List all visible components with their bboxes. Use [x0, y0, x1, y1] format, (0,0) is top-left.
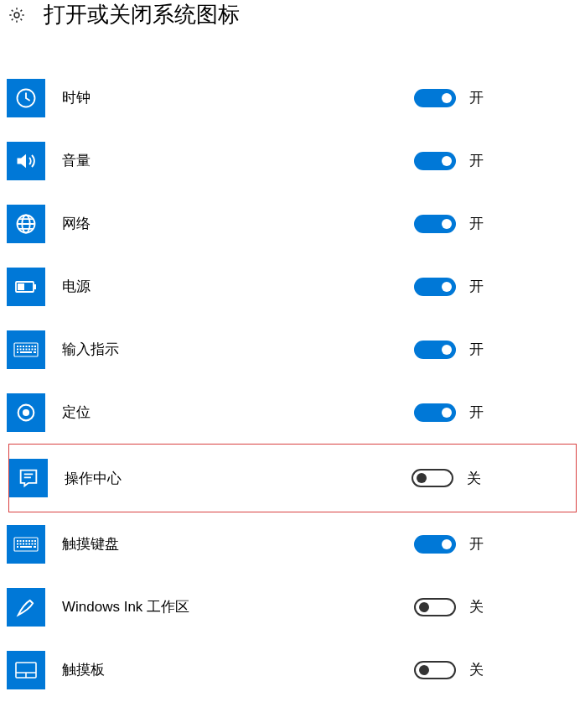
toggle-switch[interactable] — [414, 535, 456, 554]
svg-rect-15 — [17, 348, 18, 350]
toggle-knob — [442, 345, 452, 355]
toggle-state-label: 开 — [469, 277, 486, 296]
svg-rect-40 — [32, 543, 34, 544]
system-icon-row: 电源开 — [0, 255, 585, 318]
gear-icon — [7, 5, 27, 25]
toggle-wrap: 开 — [414, 151, 486, 170]
svg-rect-10 — [23, 346, 24, 347]
toggle-knob — [442, 219, 452, 229]
toggle-knob — [419, 602, 429, 612]
page-header: 打开或关闭系统图标 — [0, 0, 585, 46]
input-indicator-icon — [7, 330, 45, 369]
toggle-knob — [419, 665, 429, 675]
svg-point-26 — [23, 408, 29, 415]
system-icon-row: 触摸板关 — [0, 638, 585, 701]
toggle-wrap: 开 — [414, 277, 486, 296]
toggle-knob — [442, 93, 452, 103]
item-label: 电源 — [62, 277, 414, 296]
toggle-state-label: 关 — [467, 469, 484, 488]
toggle-wrap: 开 — [414, 340, 486, 359]
toggle-switch[interactable] — [414, 89, 456, 107]
network-icon — [7, 205, 45, 243]
toggle-state-label: 开 — [469, 214, 486, 233]
toggle-state-label: 开 — [469, 151, 486, 170]
svg-rect-30 — [23, 540, 24, 542]
touch-keyboard-icon — [7, 525, 45, 564]
toggle-knob — [442, 408, 452, 418]
svg-rect-37 — [23, 543, 24, 544]
toggle-state-label: 开 — [469, 403, 486, 422]
svg-rect-28 — [17, 540, 18, 542]
system-icon-row: 音量开 — [0, 129, 585, 192]
item-label: 触摸键盘 — [62, 534, 414, 554]
svg-rect-36 — [20, 543, 22, 544]
toggle-wrap: 开 — [414, 214, 486, 233]
svg-rect-33 — [32, 540, 34, 542]
svg-rect-17 — [23, 348, 24, 350]
system-icon-row: 网络开 — [0, 192, 585, 255]
toggle-state-label: 开 — [469, 340, 486, 359]
toggle-state-label: 关 — [469, 660, 486, 679]
svg-rect-22 — [17, 351, 18, 353]
item-label: 音量 — [62, 151, 414, 170]
svg-rect-31 — [26, 540, 28, 542]
toggle-switch[interactable] — [414, 598, 456, 616]
toggle-knob — [442, 156, 452, 166]
svg-rect-20 — [32, 348, 34, 350]
svg-rect-35 — [17, 543, 18, 544]
toggle-switch[interactable] — [414, 215, 456, 233]
toggle-switch[interactable] — [414, 152, 456, 170]
svg-rect-24 — [34, 351, 36, 353]
item-label: 网络 — [62, 214, 414, 233]
toggle-wrap: 关 — [414, 597, 486, 616]
volume-icon — [7, 142, 45, 180]
svg-rect-6 — [18, 283, 24, 290]
system-icon-row: 时钟开 — [0, 66, 585, 129]
svg-rect-29 — [20, 540, 22, 542]
toggle-wrap: 关 — [412, 469, 484, 488]
page-title: 打开或关闭系统图标 — [44, 0, 240, 29]
system-icon-row: 触摸键盘开 — [0, 512, 585, 575]
svg-rect-18 — [26, 348, 28, 350]
toggle-knob — [442, 539, 452, 549]
toggle-switch[interactable] — [412, 469, 453, 487]
toggle-switch[interactable] — [414, 403, 456, 422]
item-label: 定位 — [62, 403, 414, 422]
toggle-switch[interactable] — [414, 278, 456, 296]
svg-rect-44 — [34, 546, 36, 548]
item-label: 触摸板 — [62, 660, 414, 679]
toggle-state-label: 关 — [469, 597, 486, 616]
toggle-knob — [417, 473, 427, 483]
svg-rect-38 — [26, 543, 28, 544]
windows-ink-icon — [7, 588, 45, 627]
action-center-icon — [9, 459, 48, 497]
toggle-wrap: 开 — [414, 403, 486, 422]
svg-rect-12 — [28, 346, 30, 347]
clock-icon — [7, 79, 45, 117]
svg-rect-21 — [34, 348, 36, 350]
svg-rect-14 — [34, 346, 36, 347]
svg-rect-9 — [20, 346, 22, 347]
system-icons-list: 时钟开音量开网络开电源开输入指示开定位开操作中心关触摸键盘开Windows In… — [0, 46, 585, 701]
system-icon-row: Windows Ink 工作区关 — [0, 575, 585, 638]
touchpad-icon — [7, 651, 45, 689]
item-label: 操作中心 — [65, 469, 412, 488]
toggle-wrap: 关 — [414, 660, 486, 679]
item-label: 时钟 — [62, 88, 414, 107]
svg-rect-16 — [20, 348, 22, 350]
item-label: Windows Ink 工作区 — [62, 597, 414, 616]
toggle-state-label: 开 — [469, 88, 486, 107]
svg-rect-19 — [28, 348, 30, 350]
svg-rect-41 — [34, 543, 36, 544]
toggle-switch[interactable] — [414, 661, 456, 679]
svg-rect-32 — [28, 540, 30, 542]
svg-rect-42 — [17, 546, 18, 548]
svg-rect-43 — [20, 546, 32, 548]
svg-rect-8 — [17, 346, 18, 347]
toggle-switch[interactable] — [414, 341, 456, 359]
system-icon-row: 定位开 — [0, 381, 585, 444]
svg-rect-34 — [34, 540, 36, 542]
svg-rect-11 — [26, 346, 28, 347]
toggle-knob — [442, 282, 452, 292]
svg-rect-13 — [32, 346, 34, 347]
